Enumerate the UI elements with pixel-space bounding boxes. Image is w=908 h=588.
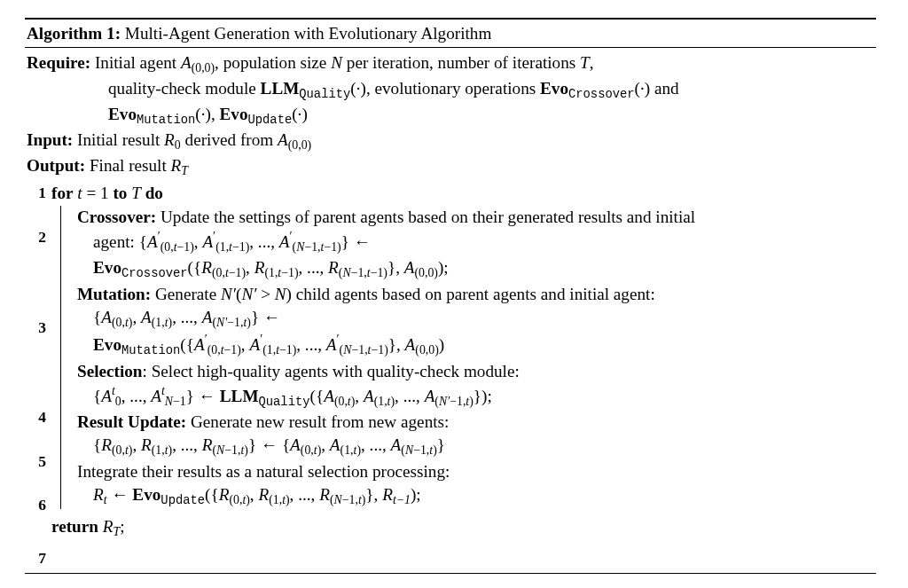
req-text-2c: (·) and bbox=[635, 79, 679, 98]
ln-spacer bbox=[25, 248, 46, 318]
input-line: Input: Initial result R0 derived from A(… bbox=[25, 129, 876, 154]
lineno-1: 1 bbox=[25, 183, 46, 204]
selection-cont: {At0, ..., AtN−1} ← LLMQuality({A(0,t), … bbox=[77, 383, 876, 411]
sym-A: A bbox=[181, 53, 192, 72]
req-text-1d: , bbox=[590, 53, 594, 72]
sym-Rt: R bbox=[93, 485, 104, 504]
sub-T-2: T bbox=[113, 526, 120, 539]
evo-update-sub: Update bbox=[247, 114, 292, 128]
evo-cross-sub: Crossover bbox=[121, 266, 188, 280]
require-line-3: EvoMutation(·), EvoUpdate(·) bbox=[27, 103, 874, 129]
algorithm-block: Algorithm 1: Multi-Agent Generation with… bbox=[25, 18, 876, 574]
input-text-a: Initial result bbox=[77, 130, 164, 149]
evo-crossover-sub: Crossover bbox=[568, 87, 635, 101]
input-label: Input: bbox=[27, 130, 73, 149]
line-number-column: 1 2 3 4 5 6 7 bbox=[25, 182, 46, 568]
sym-A00-2: A bbox=[278, 130, 288, 149]
loop-body: Crossover: Update the settings of parent… bbox=[60, 206, 876, 509]
llm-q-sub: Quality bbox=[259, 395, 310, 409]
result-text: Generate new result from new agents: bbox=[186, 412, 449, 431]
crossover-cont-2: EvoCrossover({R(0,t−1), R(1,t−1), ..., R… bbox=[77, 256, 876, 282]
req-text-3a: (·), bbox=[195, 105, 219, 123]
llm-bold: LLM bbox=[261, 79, 300, 98]
step-result: Result Update: Generate new result from … bbox=[77, 411, 876, 459]
arrow-5: ← bbox=[111, 485, 128, 504]
sym-Nprime: N′ bbox=[221, 285, 236, 303]
require-line-1: Require: Initial agent A(0,0), populatio… bbox=[27, 51, 874, 77]
mutation-label: Mutation: bbox=[77, 285, 151, 303]
evo-mut: Evo bbox=[93, 335, 121, 354]
output-label: Output: bbox=[27, 156, 85, 175]
result-label: Result Update: bbox=[77, 412, 186, 431]
lineno-5: 5 bbox=[25, 451, 46, 473]
crossover-label: Crossover: bbox=[77, 208, 156, 226]
ln-spacer bbox=[25, 338, 46, 407]
content-column: for t = 1 to T do Crossover: Update the … bbox=[46, 182, 876, 568]
arrow: ← bbox=[354, 232, 371, 251]
ln-spacer bbox=[25, 204, 46, 227]
crossover-cont-text: agent: bbox=[93, 232, 139, 251]
integrate-cont: Rt ← EvoUpdate({R(0,t), R(1,t), ..., R(N… bbox=[77, 483, 876, 509]
req-text-1a: Initial agent bbox=[95, 53, 181, 72]
require-label: Require: bbox=[27, 53, 90, 72]
evo-bold-1: Evo bbox=[540, 79, 568, 98]
sym-R0: R bbox=[164, 130, 175, 149]
llm-quality-sub: Quality bbox=[299, 87, 350, 101]
ln-spacer bbox=[25, 428, 46, 451]
algorithm-number: Algorithm 1: bbox=[27, 24, 121, 43]
req-text-2a: quality-check module bbox=[108, 79, 261, 98]
crossover-text: Update the settings of parent agents bas… bbox=[156, 208, 695, 226]
loop-var: t bbox=[77, 184, 82, 202]
lineno-2: 2 bbox=[25, 227, 46, 248]
sym-RT-2: R bbox=[103, 517, 114, 536]
sym-RT: R bbox=[171, 156, 182, 175]
mutation-text-a: Generate bbox=[151, 285, 221, 303]
output-text-a: Final result bbox=[90, 156, 171, 175]
algorithm-title-row: Algorithm 1: Multi-Agent Generation with… bbox=[25, 20, 876, 47]
return-line: return RT; bbox=[51, 515, 876, 541]
step-selection: Selection: Select high-quality agents wi… bbox=[77, 360, 876, 411]
evo-mutation-sub: Mutation bbox=[137, 114, 195, 128]
sub-T: T bbox=[181, 165, 188, 178]
sub-t: t bbox=[104, 494, 107, 507]
kw-do: do bbox=[145, 184, 163, 202]
mutation-cont-1: {A(0,t), A(1,t), ..., A(N′−1,t)} ← bbox=[77, 306, 876, 332]
require-line-2: quality-check module LLMQuality(·), evol… bbox=[27, 77, 874, 103]
ln-spacer bbox=[25, 472, 46, 495]
req-text-1c: per iteration, number of iterations bbox=[342, 53, 580, 72]
loop-from: 1 bbox=[100, 184, 109, 202]
lineno-3: 3 bbox=[25, 318, 46, 339]
for-line: for t = 1 to T do bbox=[51, 182, 876, 205]
lineno-7: 7 bbox=[25, 548, 46, 569]
ln-spacer bbox=[25, 516, 46, 548]
arrow-3: ← bbox=[199, 386, 215, 404]
input-text-b: derived from bbox=[181, 130, 278, 149]
mutation-text-b: child agents based on parent agents and … bbox=[292, 285, 655, 303]
mutation-cont-2: EvoMutation({A′(0,t−1), A′(1,t−1), ..., … bbox=[77, 332, 876, 359]
evo-bold-2: Evo bbox=[108, 105, 137, 123]
sub-0: 0 bbox=[175, 139, 181, 153]
req-text-1b: , population size bbox=[215, 53, 331, 72]
crossover-cont-1: agent: {A′(0,t−1), A′(1,t−1), ..., A′(N−… bbox=[77, 229, 876, 256]
lineno-6: 6 bbox=[25, 495, 46, 516]
evo-bold-3: Evo bbox=[219, 105, 247, 123]
lineno-4: 4 bbox=[25, 407, 46, 428]
selection-text: : Select high-quality agents with qualit… bbox=[143, 362, 520, 380]
kw-for: for bbox=[51, 184, 74, 202]
arrow-2: ← bbox=[263, 308, 280, 326]
step-crossover: Crossover: Update the settings of parent… bbox=[77, 206, 876, 282]
llm-sel: LLM bbox=[220, 386, 259, 404]
sym-T: T bbox=[580, 53, 590, 72]
loop-to: T bbox=[131, 184, 141, 202]
req-text-3b: (·) bbox=[292, 105, 308, 123]
selection-label: Selection bbox=[77, 362, 143, 380]
integrate-text: Integrate their results as a natural sel… bbox=[77, 462, 450, 481]
evo-mut-sub: Mutation bbox=[121, 343, 180, 357]
bottom-rule bbox=[25, 573, 876, 574]
result-cont: {R(0,t), R(1,t), ..., R(N−1,t)} ← {A(0,t… bbox=[77, 434, 876, 459]
step-integrate: Integrate their results as a natural sel… bbox=[77, 460, 876, 509]
req-text-2b: (·), evolutionary operations bbox=[350, 79, 540, 98]
evo-cross: Evo bbox=[93, 258, 121, 277]
kw-to: to bbox=[113, 184, 127, 202]
algorithm-title: Multi-Agent Generation with Evolutionary… bbox=[125, 24, 492, 43]
